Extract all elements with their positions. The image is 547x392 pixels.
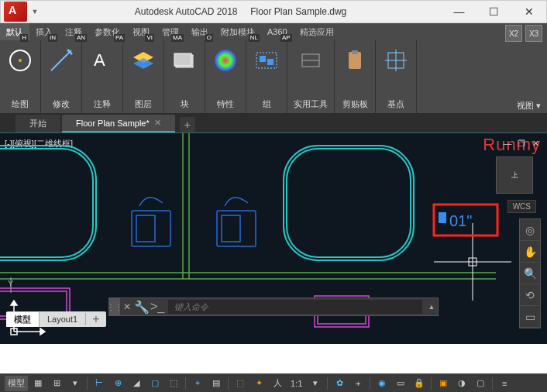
status-grid-icon[interactable]: ▦: [29, 376, 46, 391]
panel-clipboard[interactable]: 剪贴板: [335, 40, 376, 113]
status-scale-button[interactable]: 1:1: [287, 376, 305, 391]
svg-rect-26: [287, 149, 411, 257]
ribbon-tab-a360[interactable]: A360AP: [261, 23, 294, 40]
panel-draw[interactable]: 绘图: [0, 40, 41, 113]
utilities-icon: [297, 46, 325, 74]
group-icon: [253, 46, 280, 74]
panel-basepoint[interactable]: 基点: [376, 40, 417, 113]
ribbon-tab-manage[interactable]: 管理MA: [156, 23, 185, 40]
cmd-customize-icon[interactable]: 🔧: [134, 300, 150, 315]
ribbon-tab-view[interactable]: 视图VI: [126, 23, 156, 40]
status-cleanscreen-icon[interactable]: ▢: [472, 376, 489, 391]
panel-group[interactable]: 组: [246, 40, 287, 113]
status-transparency-icon[interactable]: ▤: [208, 376, 225, 391]
close-button[interactable]: ✕: [511, 1, 546, 22]
layout-tab-model[interactable]: 模型: [6, 312, 40, 327]
status-osnap-icon[interactable]: ▢: [146, 376, 163, 391]
status-lineweight-icon[interactable]: ⌖: [189, 376, 206, 391]
ribbon-tab-parametric[interactable]: 参数化PA: [88, 23, 126, 40]
status-bar: 模型 ▦ ⊞ ▾ ⊢ ⊕ ◢ ▢ ⬚ ⌖ ▤ ⬚ ✦ 人 1:1 ▾ ✿ + ◉…: [0, 373, 547, 392]
cmd-close-icon[interactable]: ✕: [120, 301, 134, 312]
block-icon: [170, 46, 198, 74]
status-annomonitor-icon[interactable]: +: [349, 376, 366, 391]
maximize-button[interactable]: ☐: [476, 1, 511, 22]
document-tabs: 开始 Floor Plan Sample*✕ +: [0, 113, 547, 133]
status-customize-icon[interactable]: ≡: [496, 376, 513, 391]
svg-rect-27: [284, 146, 414, 260]
clipboard-icon: [341, 46, 369, 74]
dimension-value: 01": [449, 212, 472, 229]
ribbon-tab-featured[interactable]: 精选应用: [294, 23, 340, 40]
svg-text:A: A: [94, 50, 105, 70]
title-bar: ▼ Autodesk AutoCAD 2018 Floor Plan Sampl…: [0, 0, 547, 23]
svg-marker-6: [133, 58, 153, 69]
status-lock-icon[interactable]: 🔒: [411, 376, 428, 391]
svg-line-2: [51, 50, 71, 70]
panel-annotate[interactable]: A 注释: [82, 40, 123, 113]
svg-rect-16: [352, 50, 358, 54]
ribbon-btn-x3[interactable]: X3: [525, 25, 542, 42]
svg-rect-8: [174, 53, 191, 66]
status-dropdown-icon[interactable]: ▾: [67, 376, 84, 391]
status-3dosnap-icon[interactable]: ⬚: [165, 376, 182, 391]
status-gizmo-icon[interactable]: ✦: [250, 376, 267, 391]
svg-rect-28: [132, 211, 170, 246]
status-units-icon[interactable]: ◉: [373, 376, 390, 391]
status-scale-dd-icon[interactable]: ▾: [307, 376, 324, 391]
svg-rect-25: [0, 146, 96, 260]
window-title: Autodesk AutoCAD 2018 Floor Plan Sample.…: [40, 6, 442, 17]
svg-point-1: [19, 59, 22, 62]
minimize-button[interactable]: —: [442, 1, 476, 22]
doctab-file[interactable]: Floor Plan Sample*✕: [62, 115, 175, 132]
app-name: Autodesk AutoCAD 2018: [135, 6, 238, 17]
command-line[interactable]: ⋮⋮ ✕ 🔧 >_ ▲: [108, 297, 439, 316]
layers-icon: [129, 46, 157, 74]
add-tab-button[interactable]: +: [180, 117, 195, 132]
file-name: Floor Plan Sample.dwg: [250, 6, 346, 17]
layout-tabs: 模型 Layout1 +: [6, 311, 106, 327]
qat-dropdown-icon[interactable]: ▼: [30, 2, 40, 22]
status-ortho-icon[interactable]: ⊢: [91, 376, 108, 391]
draw-icon: [6, 46, 34, 74]
doctab-start[interactable]: 开始: [15, 115, 60, 132]
panel-block[interactable]: 块: [164, 40, 205, 113]
app-menu-icon[interactable]: [4, 2, 27, 22]
status-snap-icon[interactable]: ⊞: [48, 376, 65, 391]
ribbon-btn-x2[interactable]: X2: [505, 25, 522, 42]
layout-add-button[interactable]: +: [86, 311, 105, 328]
view-panel-label[interactable]: 视图 ▾: [517, 100, 541, 112]
ribbon-tab-addins[interactable]: 附加模块NL: [215, 23, 261, 40]
ribbon-tab-output[interactable]: 输出O: [185, 23, 215, 40]
status-model-button[interactable]: 模型: [5, 376, 28, 391]
svg-rect-10: [256, 53, 277, 68]
command-input[interactable]: [168, 300, 422, 314]
cmd-grip-icon[interactable]: ⋮⋮: [109, 298, 120, 315]
status-annoscale-icon[interactable]: 人: [269, 376, 286, 391]
svg-rect-11: [260, 56, 266, 62]
drawing-canvas[interactable]: [-][俯视][二维线框] Runmy — ❐ ✕ 上 WCS ◎ ✋ 🔍 ⟲ …: [0, 133, 547, 344]
status-isolate-icon[interactable]: ◑: [453, 376, 470, 391]
panel-utilities[interactable]: 实用工具: [287, 40, 335, 113]
status-hardware-icon[interactable]: ▣: [435, 376, 452, 391]
close-tab-icon[interactable]: ✕: [154, 118, 161, 128]
layout-tab-layout1[interactable]: Layout1: [40, 313, 86, 325]
status-workspace-icon[interactable]: ✿: [331, 376, 348, 391]
ribbon-tab-insert[interactable]: 插入IN: [29, 23, 59, 40]
status-quickprops-icon[interactable]: ▭: [392, 376, 409, 391]
status-isodraft-icon[interactable]: ◢: [128, 376, 145, 391]
cmd-recent-dropdown-icon[interactable]: ▲: [425, 303, 438, 311]
ribbon-tab-default[interactable]: 默认H: [0, 23, 29, 40]
cmd-prompt-icon: >_: [150, 300, 165, 314]
status-polar-icon[interactable]: ⊕: [109, 376, 126, 391]
panel-layers[interactable]: 图层: [123, 40, 164, 113]
properties-icon: [212, 46, 239, 74]
panel-properties[interactable]: 特性: [205, 40, 246, 113]
svg-marker-41: [40, 328, 45, 335]
svg-point-9: [215, 50, 236, 71]
svg-rect-15: [349, 52, 361, 69]
panel-modify[interactable]: 修改: [41, 40, 82, 113]
modify-icon: [47, 46, 75, 74]
status-selection-icon[interactable]: ⬚: [232, 376, 249, 391]
ribbon-tab-annotate[interactable]: 注释AN: [59, 23, 88, 40]
ribbon-panels: 绘图 修改 A 注释 图层 块 特性 组 实用工具: [0, 40, 547, 113]
